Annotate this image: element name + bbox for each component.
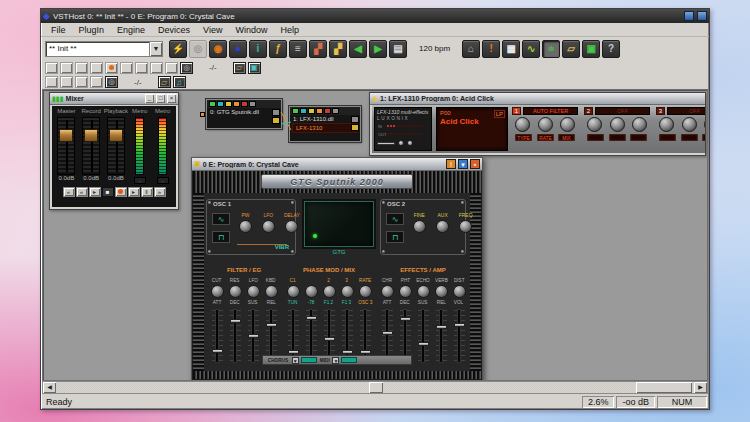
chain-cell-lfx[interactable]: 1: LFX-1310.dll LFX-1310 <box>289 106 361 142</box>
midi-file-button[interactable]: ♫ <box>173 76 186 88</box>
slider-thumb[interactable] <box>248 334 259 338</box>
chevron-down-icon[interactable]: ▼ <box>292 357 299 364</box>
slider-thumb[interactable] <box>342 350 353 354</box>
lfo-knob[interactable] <box>262 220 275 233</box>
effect-knob[interactable] <box>704 117 705 132</box>
bank-button[interactable]: ⌂ <box>462 40 480 58</box>
matrix-knob[interactable] <box>265 285 278 298</box>
lfx-load-button[interactable] <box>398 140 404 146</box>
matrix-knob[interactable] <box>417 285 430 298</box>
keyboard-button[interactable]: ▦ <box>502 40 520 58</box>
engine-run-button[interactable]: ◉ <box>209 40 227 58</box>
menu-view[interactable]: View <box>197 24 228 36</box>
waveform-button[interactable]: ∿ <box>212 213 230 225</box>
bar-row3-dark-button[interactable]: ◎ <box>105 76 118 88</box>
power-button[interactable]: ◎ <box>189 40 207 58</box>
master-fader[interactable] <box>57 117 75 175</box>
slot-number-led[interactable]: 1 <box>512 107 521 115</box>
chain-cell-sputnik[interactable]: 0: GTG Sputnik.dll <box>206 99 282 129</box>
fader-cap[interactable] <box>59 129 73 142</box>
matrix-knob[interactable] <box>323 285 336 298</box>
matrix-knob[interactable] <box>381 285 394 298</box>
input-pin[interactable] <box>200 112 205 117</box>
waveform-button[interactable]: ⊓ <box>212 231 230 243</box>
cell-button[interactable] <box>351 116 359 123</box>
forward-button[interactable]: » <box>154 187 166 197</box>
cell-mini-icon[interactable] <box>316 108 323 114</box>
mixer-maximize-button[interactable]: □ <box>156 94 165 103</box>
matrix-knob[interactable] <box>453 285 466 298</box>
bar-row3-button-3[interactable] <box>75 76 88 88</box>
play-button[interactable]: ▸ <box>89 187 101 197</box>
chevron-down-icon[interactable]: ▼ <box>149 42 162 56</box>
slider-thumb[interactable] <box>400 317 411 321</box>
gtg-edit-button[interactable]: ! <box>446 159 456 169</box>
chevron-down-icon[interactable]: ▼ <box>332 357 339 364</box>
menu-plugin[interactable]: PlugIn <box>73 24 111 36</box>
folder-open-button[interactable]: ▱ <box>158 76 171 88</box>
horizontal-scrollbar[interactable]: ◀ ▶ <box>42 381 708 394</box>
effect-knob[interactable] <box>587 117 602 132</box>
slider-thumb[interactable] <box>306 316 317 320</box>
slider-thumb[interactable] <box>324 337 335 341</box>
midi-value-display[interactable] <box>341 357 357 363</box>
freq-knob[interactable] <box>459 220 472 233</box>
bar-row2-button-2[interactable] <box>60 62 73 74</box>
matrix-knob[interactable] <box>305 285 318 298</box>
folder-button[interactable]: ▱ <box>562 40 580 58</box>
midi-prog-button[interactable]: ▞ <box>329 40 347 58</box>
cell-mini-icon[interactable] <box>292 108 299 114</box>
slot-effect-name[interactable]: AUTO FILTER <box>523 107 578 115</box>
cell-mini-icon[interactable] <box>241 101 248 107</box>
bar-row2-button-1[interactable] <box>45 62 58 74</box>
app-titlebar[interactable]: ◆ VSTHost 0: ** Init ** - 0 E: Program 0… <box>41 9 709 23</box>
quick-bank-button[interactable]: ⚡ <box>169 40 187 58</box>
matrix-slider[interactable] <box>212 310 223 362</box>
fine-knob[interactable] <box>413 220 426 233</box>
fader-cap[interactable] <box>84 129 98 142</box>
scroll-right-icon[interactable]: ▶ <box>694 382 707 393</box>
scrollbar-segment[interactable] <box>636 382 692 393</box>
minimize-button[interactable] <box>684 11 694 21</box>
matrix-knob[interactable] <box>359 285 372 298</box>
matrix-slider[interactable] <box>230 310 241 362</box>
matrix-knob[interactable] <box>399 285 412 298</box>
cell-mini-icon[interactable] <box>300 108 307 114</box>
matrix-knob[interactable] <box>341 285 354 298</box>
matrix-knob[interactable] <box>435 285 448 298</box>
menu-engine[interactable]: Engine <box>111 24 151 36</box>
rewind-button[interactable]: « <box>63 187 75 197</box>
slider-thumb[interactable] <box>382 331 393 335</box>
folder-lock-button[interactable]: ▱ <box>233 62 246 74</box>
pw-knob[interactable] <box>239 220 252 233</box>
prev-button[interactable]: « <box>76 187 88 197</box>
menu-help[interactable]: Help <box>274 24 305 36</box>
cell-mini-icon[interactable] <box>249 101 256 107</box>
bar-row2-button-8[interactable] <box>150 62 163 74</box>
display-button[interactable]: ▣ <box>582 40 600 58</box>
bank-combo[interactable]: ** Init ** ▼ <box>45 41 163 57</box>
slider-thumb[interactable] <box>360 350 371 354</box>
matrix-knob[interactable] <box>247 285 260 298</box>
lfx-titlebar[interactable]: ◉ 1: LFX-1310 Program 0: Acid Click <box>370 93 705 105</box>
bar-row3-button-1[interactable] <box>45 76 58 88</box>
midi-keys-button[interactable]: ▞ <box>309 40 327 58</box>
pause-button[interactable]: ‖ <box>141 187 153 197</box>
matrix-knob[interactable] <box>229 285 242 298</box>
bar-row2-button-6[interactable] <box>120 62 133 74</box>
fader-cap[interactable] <box>109 129 123 142</box>
mixer-close-button[interactable]: × <box>167 94 176 103</box>
playback-fader[interactable] <box>107 117 125 175</box>
help-button[interactable]: ? <box>602 40 620 58</box>
mixer-titlebar[interactable]: ▮▮▮ Mixer _ □ × <box>50 93 178 105</box>
slider-thumb[interactable] <box>454 323 465 327</box>
effect-knob[interactable] <box>515 117 530 132</box>
close-button[interactable] <box>697 11 707 21</box>
cell-mini-icon[interactable] <box>332 108 339 114</box>
slot-number-led[interactable]: 2 <box>584 107 593 115</box>
menu-window[interactable]: Window <box>229 24 273 36</box>
list-button[interactable]: ≡ <box>289 40 307 58</box>
bar-row2-button-5[interactable] <box>105 62 118 74</box>
matrix-slider[interactable] <box>436 310 447 362</box>
chorus-value-display[interactable] <box>301 357 317 363</box>
